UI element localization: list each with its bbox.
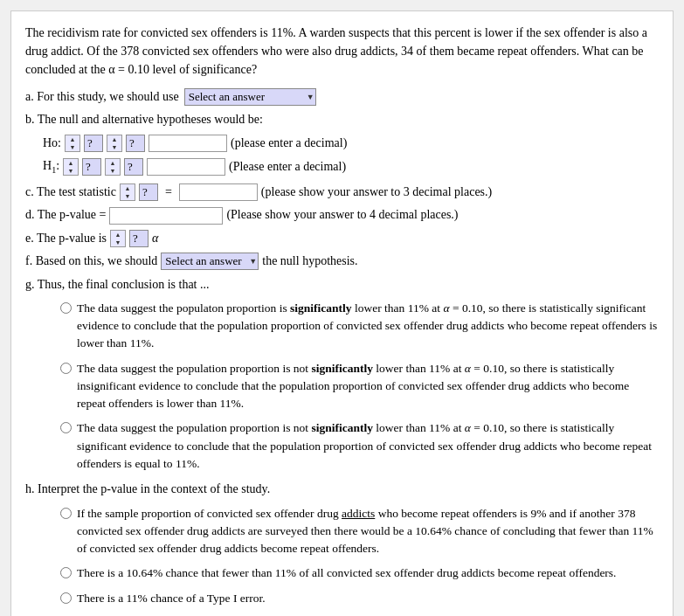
part-f: f. Based on this, we should Select an an… [25, 252, 659, 271]
part-h-label: h. Interpret the p-value in the context … [25, 480, 659, 499]
radio-option-1: The data suggest the populaton proportio… [60, 300, 659, 353]
h-radio-option-1-label[interactable]: If the sample proportion of convicted se… [77, 505, 659, 558]
part-e-spinner-down-icon[interactable]: ▼ [111, 239, 125, 246]
part-b-label: b. The null and alternative hypotheses w… [25, 110, 263, 129]
part-e: e. The p-value is ▲ ▼ ? α [25, 229, 659, 248]
radio-option-2: The data suggest the population proporti… [60, 360, 659, 413]
part-c-eq: = [165, 183, 172, 202]
h-radio-option-2: There is a 10.64% chance that fewer than… [60, 564, 659, 582]
ho-spinner1-up-icon[interactable]: ▲ [66, 135, 79, 143]
part-c-label: c. The test statistic [25, 183, 116, 202]
part-f-suffix: the null hypothesis. [262, 252, 357, 271]
h-radio-option-3: There is a 11% chance of a Type I error. [60, 590, 659, 607]
part-c-spinner-up-icon[interactable]: ▲ [121, 184, 135, 192]
part-a-label: a. For this study, we should use [25, 87, 179, 107]
part-a-select[interactable]: Select an answer z-test for one proporti… [184, 88, 316, 106]
h1-spinner1[interactable]: ▲ ▼ [63, 158, 79, 176]
radio-option-1-input[interactable] [60, 302, 72, 314]
part-c-hint: (please show your answer to 3 decimal pl… [261, 183, 492, 202]
h1-input[interactable] [147, 158, 225, 176]
part-f-select[interactable]: Select an answer reject fail to reject [161, 253, 259, 270]
h1-spinner1-down-icon[interactable]: ▼ [64, 167, 78, 175]
part-e-label: e. The p-value is [25, 229, 107, 248]
ho-hint: (please enter a decimal) [231, 134, 347, 153]
part-f-select-wrap: Select an answer reject fail to reject ▼ [161, 252, 259, 271]
part-f-label: f. Based on this, we should [25, 252, 157, 271]
part-e-val: ? [129, 230, 149, 247]
part-g: g. Thus, the final conclusion is that ..… [25, 275, 659, 474]
radio-option-3-input[interactable] [60, 422, 72, 433]
h-radio-option-1: If the sample proportion of convicted se… [60, 505, 659, 558]
intro-text: The recidivism rate for convicted sex of… [25, 24, 659, 79]
part-d-input[interactable] [109, 207, 223, 225]
h-radio-option-1-input[interactable] [60, 508, 72, 519]
h1-hint: (Please enter a decimal) [229, 157, 346, 176]
part-a: a. For this study, we should use Select … [25, 87, 659, 107]
ho-spinner2-down-icon[interactable]: ▼ [107, 143, 121, 151]
h1-spinner2-down-icon[interactable]: ▼ [106, 167, 120, 175]
radio-option-3-label[interactable]: The data suggest the population proporti… [77, 419, 659, 473]
part-e-spinner-up-icon[interactable]: ▲ [111, 231, 125, 239]
ho-val1: ? [84, 135, 103, 152]
part-d: d. The p-value = (Please show your answe… [25, 205, 659, 225]
h1-label: H1: [43, 156, 59, 177]
part-d-hint: (Please show your answer to 4 decimal pl… [226, 205, 458, 225]
ho-spinner1[interactable]: ▲ ▼ [65, 135, 80, 152]
part-b: b. The null and alternative hypotheses w… [25, 110, 659, 177]
h1-row: H1: ▲ ▼ ? ▲ ▼ ? (Please enter a decimal) [43, 156, 659, 177]
ho-val2: ? [126, 135, 145, 152]
main-container: The recidivism rate for convicted sex of… [10, 10, 674, 616]
part-h: h. Interpret the p-value in the context … [25, 480, 659, 616]
h1-val1: ? [82, 158, 101, 176]
ho-spinner2-up-icon[interactable]: ▲ [107, 135, 121, 143]
part-c-spinner[interactable]: ▲ ▼ [120, 183, 135, 201]
part-c-input[interactable] [179, 183, 258, 201]
radio-option-2-input[interactable] [60, 363, 72, 374]
h-radio-option-2-label[interactable]: There is a 10.64% chance that fewer than… [77, 564, 617, 582]
radio-option-1-label[interactable]: The data suggest the populaton proportio… [77, 300, 659, 353]
radio-option-2-label[interactable]: The data suggest the population proporti… [77, 360, 659, 413]
ho-spinner2[interactable]: ▲ ▼ [107, 135, 122, 152]
h-radio-option-3-input[interactable] [60, 592, 72, 604]
h1-spinner1-up-icon[interactable]: ▲ [64, 159, 78, 167]
part-e-alpha: α [152, 229, 158, 248]
h1-val2: ? [124, 158, 143, 176]
h1-spinner2-up-icon[interactable]: ▲ [106, 159, 120, 167]
h-radio-option-2-input[interactable] [60, 567, 72, 578]
part-c: c. The test statistic ▲ ▼ ? = (please sh… [25, 183, 659, 202]
part-c-val: ? [139, 183, 158, 201]
ho-spinner1-down-icon[interactable]: ▼ [66, 143, 79, 151]
part-e-spinner[interactable]: ▲ ▼ [110, 230, 126, 247]
part-d-label: d. The p-value = [25, 205, 106, 225]
radio-option-3: The data suggest the population proporti… [60, 419, 659, 473]
ho-label: Ho: [43, 134, 61, 153]
h-radio-option-3-label[interactable]: There is a 11% chance of a Type I error. [77, 590, 266, 607]
ho-input[interactable] [149, 135, 227, 152]
part-c-spinner-down-icon[interactable]: ▼ [121, 192, 135, 200]
h1-spinner2[interactable]: ▲ ▼ [105, 158, 121, 176]
part-g-label: g. Thus, the final conclusion is that ..… [25, 275, 659, 294]
ho-row: Ho: ▲ ▼ ? ▲ ▼ ? (please enter a decimal) [43, 134, 659, 153]
part-a-select-wrap: Select an answer z-test for one proporti… [184, 87, 316, 107]
